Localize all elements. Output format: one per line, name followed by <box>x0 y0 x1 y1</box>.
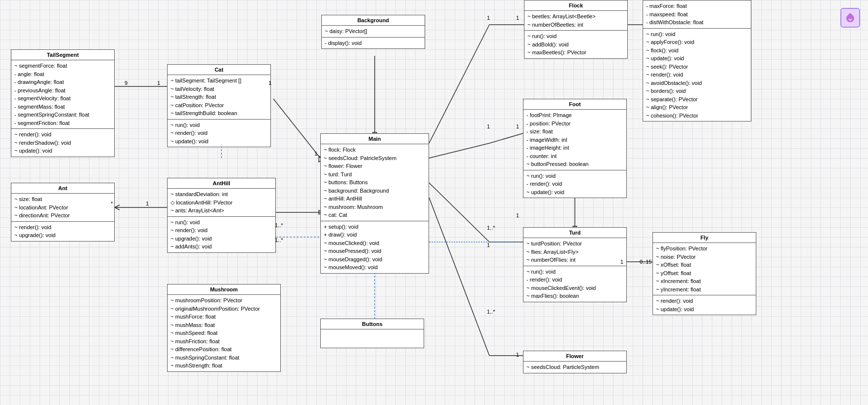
fly-fields: ~ flyPosition: PVector ~ noise: PVector … <box>653 243 756 295</box>
mult-flower-1: 1 <box>516 352 519 358</box>
beetle-fields: - maxForce: float - maxspeed: float - di… <box>643 0 751 29</box>
mushroom-fields: ~ mushroomPosition: PVector ~ originalMu… <box>168 295 280 371</box>
mult-foot-turd-1: 1 <box>516 212 519 218</box>
main-methods: + setup(): void + draw(): void ~ mouseCl… <box>321 221 429 273</box>
mushroom-title: Mushroom <box>168 284 280 295</box>
mult-turd-1starb: 1..* <box>487 309 495 315</box>
mult-foot-turd-1star: 1..* <box>487 225 495 231</box>
mult-anthill-main-2: 1..* <box>275 237 283 243</box>
flower-fields: ~ seedsCloud: ParticleSystem <box>523 362 626 373</box>
cat-methods: ~ run(): void ~ render(): void ~ update(… <box>168 120 270 147</box>
anthill-title: AntHill <box>168 178 275 189</box>
svg-line-15 <box>489 133 523 143</box>
mult-turd-fly-015: 0..15 <box>640 259 651 265</box>
anthill-fields: ~ standardDeviation: int ◇ locationAntHi… <box>168 189 275 217</box>
class-ant: Ant ~ size: float ~ locationAnt: PVector… <box>11 183 115 242</box>
mult-flock-1a: 1 <box>487 15 490 21</box>
turd-title: Turd <box>523 228 626 238</box>
foot-title: Foot <box>523 99 626 110</box>
turd-methods: ~ run(): void - render(): void ~ mouseCl… <box>523 266 626 302</box>
class-tailsegment: TailSegment ~ segmentForce: float - angl… <box>11 49 115 157</box>
class-flock: Flock ~ beetles: ArrayList<Beetle> ~ num… <box>524 0 628 59</box>
class-mushroom: Mushroom ~ mushroomPosition: PVector ~ o… <box>167 284 281 372</box>
class-flower: Flower ~ seedsCloud: ParticleSystem <box>523 351 627 373</box>
turd-fields: ~ turdPosition: PVector ~ flies: ArrayLi… <box>523 238 626 266</box>
ant-title: Ant <box>11 183 114 194</box>
flock-methods: ~ run(): void ~ addBold(): void ~ maxBee… <box>524 31 627 58</box>
svg-line-17 <box>429 183 489 242</box>
diagram-canvas: TailSegment ~ segmentForce: float - angl… <box>0 0 868 405</box>
mult-foot-1b: 1 <box>516 123 519 129</box>
cat-title: Cat <box>168 65 270 75</box>
buttons-title: Buttons <box>321 319 424 329</box>
class-foot: Foot - footPrint: PImage - position: PVe… <box>523 99 627 198</box>
mult-cat-main-1a: 1 <box>268 80 271 86</box>
ant-fields: ~ size: float ~ locationAnt: PVector ~ d… <box>11 194 114 222</box>
class-buttons: Buttons <box>320 319 424 348</box>
svg-line-14 <box>429 25 489 143</box>
background-methods: - display(): void <box>322 38 425 49</box>
mult-anthill-main-1: 1..* <box>275 222 283 228</box>
foot-methods: ~ run(): void - render(): void ~ update(… <box>523 170 626 198</box>
class-beetle: - maxForce: float - maxspeed: float - di… <box>643 0 751 122</box>
class-anthill: AntHill ~ standardDeviation: int ◇ locat… <box>167 178 276 253</box>
svg-line-24 <box>429 198 489 356</box>
tailsegment-title: TailSegment <box>11 50 114 60</box>
svg-line-4 <box>115 207 120 210</box>
svg-line-16 <box>429 143 489 158</box>
main-title: Main <box>321 134 429 144</box>
ant-methods: ~ render(): void ~ upgrade(): void <box>11 222 114 241</box>
mult-turd-fly-1: 1 <box>620 259 623 265</box>
foot-fields: - footPrint: PImage - position: PVector … <box>523 110 626 170</box>
background-title: Background <box>322 15 425 26</box>
class-turd: Turd ~ turdPosition: PVector ~ flies: Ar… <box>523 227 627 302</box>
mult-cat-main-1b: 1 <box>314 151 317 157</box>
tailsegment-fields: ~ segmentForce: float - angle: float - d… <box>11 60 114 129</box>
mult-main-turd-1: 1 <box>487 242 490 248</box>
mult-ts-cat-1: 1 <box>157 80 160 86</box>
background-fields: ~ daisy: PVector[] <box>322 26 425 38</box>
mult-foot-1a: 1 <box>487 123 490 129</box>
mult-ts-cat-9: 9 <box>125 80 128 86</box>
main-fields: ~ flock: Flock ~ seedsCloud: PatricleSys… <box>321 144 429 221</box>
flock-title: Flock <box>524 0 627 11</box>
flock-fields: ~ beetles: ArrayList<Beetle> ~ numberOfB… <box>524 11 627 31</box>
class-fly: Fly ~ flyPosition: PVector ~ noise: PVec… <box>652 232 756 315</box>
anthill-methods: ~ run(): void ~ render(): void ~ upgrade… <box>168 217 275 252</box>
buttons-body <box>321 329 424 347</box>
app-icon[interactable] <box>840 8 860 28</box>
class-cat: Cat ~ tailSegment: TailSegment [] ~ tail… <box>167 64 271 147</box>
svg-line-6 <box>273 99 320 158</box>
fly-title: Fly <box>653 233 756 243</box>
tailsegment-methods: ~ render(): void ~ renderShadow(): void … <box>11 129 114 157</box>
cat-fields: ~ tailSegment: TailSegment [] ~ tailVelo… <box>168 75 270 120</box>
class-background: Background ~ daisy: PVector[] - display(… <box>321 15 425 49</box>
fly-methods: ~ render(): void ~ update(): void <box>653 295 756 315</box>
mult-ant-anthill-1: 1 <box>146 201 149 206</box>
class-main: Main ~ flock: Flock ~ seedsCloud: Patric… <box>320 133 429 274</box>
mult-flock-1b: 1 <box>516 15 519 21</box>
mult-ant-anthill-star: * <box>111 201 113 206</box>
flower-title: Flower <box>523 351 626 362</box>
beetle-methods: ~ run(): void ~ applyForce(): void ~ flo… <box>643 29 751 122</box>
svg-line-3 <box>115 205 120 207</box>
